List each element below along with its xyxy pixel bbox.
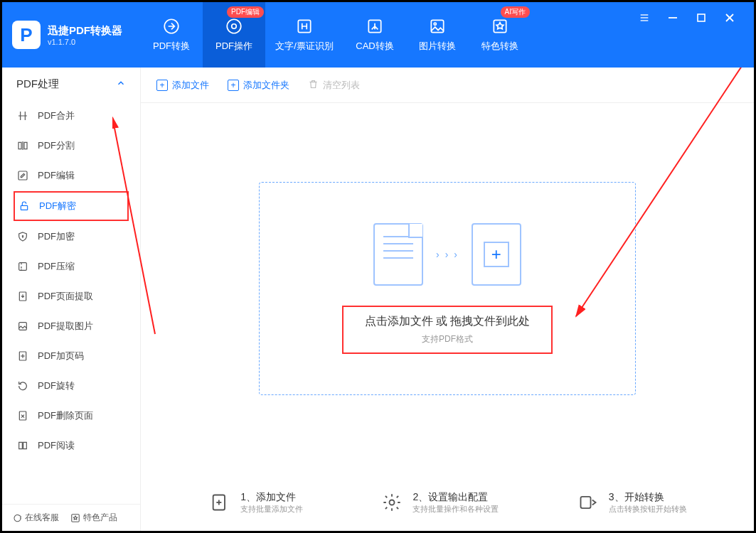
sidebar-item-label: PDF压缩 <box>38 260 75 273</box>
add-file-button[interactable]: + 添加文件 <box>156 79 209 92</box>
sidebar-item-image-extract[interactable]: PDF提取图片 <box>2 311 140 341</box>
svg-point-2 <box>232 24 237 29</box>
step-3: 3、开始转换 点击转换按钮开始转换 <box>576 490 687 515</box>
shield-icon <box>16 230 29 243</box>
tab-label: 图片转换 <box>419 40 456 53</box>
read-icon <box>16 439 29 452</box>
sidebar-item-edit[interactable]: PDF编辑 <box>2 161 140 190</box>
sidebar-item-compress[interactable]: PDF压缩 <box>2 252 140 281</box>
sidebar-item-split[interactable]: PDF分割 <box>2 131 140 161</box>
step-title: 1、添加文件 <box>240 491 303 504</box>
toolbar: + 添加文件 + 添加文件夹 清空列表 <box>141 68 754 103</box>
dropzone[interactable]: › › › + 点击添加文件 或 拖拽文件到此处 支持PDF格式 <box>259 182 636 395</box>
add-file-label: 添加文件 <box>172 79 209 92</box>
header: P 迅捷PDF转换器 v1.1.7.0 PDF转换 PDF编辑 PDF操作 文字… <box>2 2 754 68</box>
svg-point-6 <box>434 23 436 25</box>
step-settings-icon <box>380 490 404 515</box>
tab-label: PDF操作 <box>215 40 252 53</box>
app-title: 迅捷PDF转换器 <box>48 24 122 38</box>
sidebar-item-merge[interactable]: PDF合并 <box>2 101 140 131</box>
star-box-icon <box>70 513 80 523</box>
sidebar-item-label: PDF解密 <box>39 200 76 212</box>
header-tabs: PDF转换 PDF编辑 PDF操作 文字/票证识别 CAD转换 图片转换 AI写… <box>140 2 531 68</box>
sidebar-item-label: PDF加页码 <box>38 350 84 362</box>
split-icon <box>16 139 29 152</box>
add-folder-button[interactable]: + 添加文件夹 <box>228 79 289 92</box>
clear-list-button[interactable]: 清空列表 <box>308 79 360 92</box>
steps-bar: 1、添加文件 支持批量添加文件 2、设置输出配置 支持批量操作和各种设置 3、开… <box>141 474 754 531</box>
svg-rect-19 <box>21 205 27 210</box>
chat-icon <box>12 513 22 523</box>
compress-icon <box>16 260 29 273</box>
sidebar-item-label: PDF分割 <box>38 139 75 152</box>
sidebar-item-read[interactable]: PDF阅读 <box>2 431 140 461</box>
delete-page-icon <box>16 409 29 422</box>
featured-link[interactable]: 特色产品 <box>70 512 117 524</box>
step-sub: 点击转换按钮开始转换 <box>609 504 687 515</box>
svg-point-1 <box>227 19 241 33</box>
app-logo-icon: P <box>12 21 41 49</box>
dropzone-text-sub: 支持PDF格式 <box>365 333 531 345</box>
logo-area: P 迅捷PDF转换器 v1.1.7.0 <box>12 21 140 49</box>
svg-rect-24 <box>19 323 27 330</box>
step-add-icon <box>208 490 232 515</box>
arrows-icon: › › › <box>436 249 459 260</box>
svg-point-20 <box>22 236 23 237</box>
svg-point-37 <box>390 500 395 505</box>
tab-ocr[interactable]: 文字/票证识别 <box>265 2 344 68</box>
sidebar-item-rotate[interactable]: PDF旋转 <box>2 371 140 401</box>
svg-rect-5 <box>431 20 443 32</box>
svg-rect-15 <box>18 142 21 149</box>
tab-label: PDF转换 <box>153 40 190 53</box>
convert-icon <box>162 17 181 36</box>
svg-rect-18 <box>18 171 27 180</box>
plus-icon: + <box>228 80 239 91</box>
dropzone-text-main: 点击添加文件 或 拖拽文件到此处 <box>365 314 531 329</box>
sidebar-item-label: PDF页面提取 <box>38 290 93 303</box>
sidebar-section-header[interactable]: PDF处理 <box>2 68 140 101</box>
tab-pdf-convert[interactable]: PDF转换 <box>140 2 203 68</box>
tab-pdf-operate[interactable]: PDF编辑 PDF操作 <box>203 2 265 68</box>
step-sub: 支持批量添加文件 <box>240 504 303 515</box>
dropzone-text-highlight: 点击添加文件 或 拖拽文件到此处 支持PDF格式 <box>342 306 553 354</box>
tab-cad-convert[interactable]: CAD转换 <box>344 2 406 68</box>
step-sub: 支持批量操作和各种设置 <box>412 504 499 515</box>
maximize-button[interactable] <box>694 11 708 25</box>
sidebar-item-label: PDF阅读 <box>38 439 75 452</box>
document-icon <box>373 223 423 286</box>
sidebar: PDF处理 PDF合并 PDF分割 PDF编辑 PDF解密 PDF加密 <box>2 68 141 531</box>
ocr-icon <box>295 17 314 36</box>
window-controls <box>637 2 747 25</box>
cad-icon <box>366 17 384 36</box>
tab-image-convert[interactable]: 图片转换 <box>406 2 469 68</box>
svg-rect-12 <box>698 14 705 21</box>
sidebar-footer: 在线客服 特色产品 <box>2 504 140 531</box>
sidebar-item-page-extract[interactable]: PDF页面提取 <box>2 281 140 311</box>
svg-rect-38 <box>580 497 590 508</box>
tab-special-convert[interactable]: AI写作 特色转换 <box>469 2 531 68</box>
step-2: 2、设置输出配置 支持批量操作和各种设置 <box>380 490 499 515</box>
app-window: P 迅捷PDF转换器 v1.1.7.0 PDF转换 PDF编辑 PDF操作 文字… <box>2 2 754 531</box>
settings-button[interactable] <box>637 11 651 25</box>
sidebar-item-label: PDF加密 <box>38 230 75 243</box>
sidebar-item-label: PDF合并 <box>38 109 75 122</box>
sidebar-item-page-number[interactable]: PDF加页码 <box>2 341 140 371</box>
add-target-icon: + <box>472 223 521 286</box>
sidebar-item-delete-page[interactable]: PDF删除页面 <box>2 401 140 431</box>
svg-rect-22 <box>19 263 27 271</box>
step-title: 2、设置输出配置 <box>412 491 499 504</box>
special-icon <box>491 17 509 36</box>
tab-label: 特色转换 <box>481 40 518 53</box>
unlock-icon <box>18 200 31 212</box>
support-link[interactable]: 在线客服 <box>12 512 59 524</box>
body: PDF处理 PDF合并 PDF分割 PDF编辑 PDF解密 PDF加密 <box>2 68 754 531</box>
sidebar-item-encrypt[interactable]: PDF加密 <box>2 222 140 252</box>
main: + 添加文件 + 添加文件夹 清空列表 <box>141 68 754 531</box>
add-folder-label: 添加文件夹 <box>243 79 289 92</box>
sidebar-item-decrypt[interactable]: PDF解密 <box>14 191 129 221</box>
page-number-icon <box>16 350 29 362</box>
minimize-button[interactable] <box>666 11 680 25</box>
close-button[interactable] <box>723 11 737 25</box>
chevron-up-icon <box>116 78 126 90</box>
image-extract-icon <box>16 320 29 333</box>
